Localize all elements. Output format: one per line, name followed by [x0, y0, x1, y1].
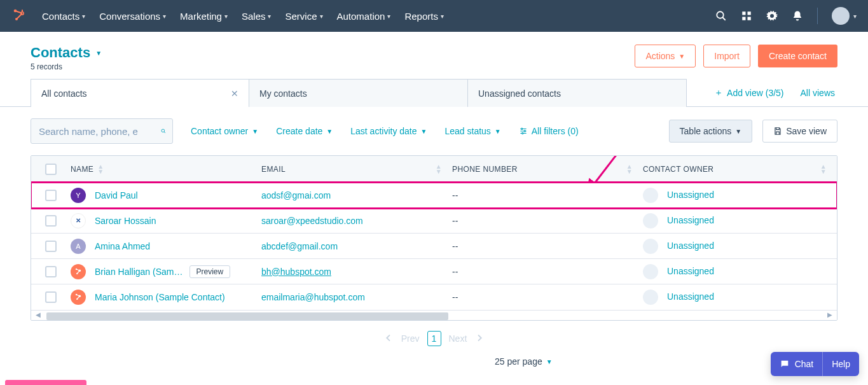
nav-reports[interactable]: Reports▾ — [404, 11, 444, 22]
table-row[interactable]: Brian Halligan (Sam…Previewbh@hubspot.co… — [31, 259, 837, 284]
all-filters-button[interactable]: All filters (0) — [519, 126, 579, 136]
contact-email-link[interactable]: emailmaria@hubspot.com — [261, 292, 365, 302]
select-all-checkbox[interactable] — [45, 164, 57, 175]
save-view-button[interactable]: Save view — [762, 120, 837, 143]
chevron-left-icon[interactable] — [383, 333, 394, 345]
scroll-thumb[interactable] — [46, 312, 448, 320]
table-actions-button[interactable]: Table actions▼ — [669, 120, 753, 143]
row-checkbox[interactable] — [45, 215, 57, 227]
filter-bar: Contact owner▼ Create date▼ Last activit… — [0, 107, 868, 155]
contact-email-link[interactable]: aodsf@gmai.com — [261, 190, 331, 200]
gear-icon[interactable] — [766, 10, 778, 22]
scroll-left-icon[interactable]: ◀ — [34, 311, 43, 318]
account-menu[interactable]: ▾ — [832, 7, 857, 25]
row-checkbox[interactable] — [45, 190, 57, 201]
table-row[interactable]: Maria Johnson (Sample Contact)emailmaria… — [31, 284, 837, 310]
row-checkbox[interactable] — [45, 291, 57, 303]
row-checkbox[interactable] — [45, 241, 57, 252]
filter-last-activity[interactable]: Last activity date▼ — [350, 126, 427, 136]
contact-name-link[interactable]: Maria Johnson (Sample Contact) — [95, 292, 225, 302]
column-name[interactable]: NAME▲▼ — [71, 164, 261, 174]
table-header: NAME▲▼ EMAIL▲▼ PHONE NUMBER▲▼ CONTACT OW… — [31, 156, 837, 183]
chevron-down-icon: ▾ — [268, 13, 271, 20]
contact-avatar: ✕ — [71, 213, 86, 228]
nav-automation[interactable]: Automation▾ — [337, 11, 391, 22]
filter-create-date[interactable]: Create date▼ — [276, 126, 333, 136]
page-current[interactable]: 1 — [427, 331, 441, 346]
tab-my-contacts[interactable]: My contacts — [249, 79, 468, 107]
chevron-down-icon: ▼ — [735, 128, 741, 135]
horizontal-scrollbar[interactable]: ◀▶ — [31, 310, 837, 320]
pagination: Prev 1 Next — [31, 321, 837, 356]
preview-button[interactable]: Preview — [189, 265, 231, 278]
chevron-right-icon[interactable] — [474, 333, 485, 345]
contact-owner-link[interactable]: Unassigned — [667, 189, 714, 199]
tab-all-contacts[interactable]: All contacts ✕ — [31, 79, 249, 107]
add-view-button[interactable]: ＋Add view (3/5) — [714, 87, 783, 99]
contact-email-link[interactable]: saroar@xpeedstudio.com — [261, 216, 363, 226]
tab-label: Unassigned contacts — [478, 88, 561, 99]
nav-contacts[interactable]: Contacts▾ — [42, 11, 85, 22]
marketplace-icon[interactable] — [741, 10, 752, 22]
svg-point-11 — [521, 128, 522, 129]
hubspot-logo[interactable] — [11, 8, 27, 24]
filter-contact-owner[interactable]: Contact owner▼ — [191, 126, 258, 136]
contact-phone: -- — [452, 292, 643, 302]
svg-rect-9 — [748, 17, 751, 20]
chat-button[interactable]: Chat — [771, 352, 823, 376]
page-title-dropdown[interactable]: Contacts▼ — [31, 45, 102, 61]
per-page-dropdown[interactable]: 25 per page▼ — [495, 356, 553, 367]
table-row[interactable]: YDavid Paulaodsf@gmai.com--Unassigned — [31, 183, 837, 208]
column-phone[interactable]: PHONE NUMBER▲▼ — [452, 164, 643, 174]
close-icon[interactable]: ✕ — [231, 88, 238, 99]
contact-owner-link[interactable]: Unassigned — [667, 265, 714, 276]
chevron-down-icon: ▼ — [95, 50, 102, 57]
row-checkbox[interactable] — [45, 266, 57, 277]
svg-rect-4 — [22, 10, 23, 12]
tab-unassigned-contacts[interactable]: Unassigned contacts — [468, 79, 687, 107]
all-views-link[interactable]: All views — [801, 88, 835, 98]
contact-phone: -- — [452, 241, 643, 251]
nav-sales[interactable]: Sales▾ — [242, 11, 272, 22]
next-button[interactable]: Next — [449, 333, 467, 344]
prev-button[interactable]: Prev — [401, 333, 420, 344]
view-tabs: All contacts ✕ My contacts Unassigned co… — [0, 79, 868, 107]
contact-owner-link[interactable]: Unassigned — [667, 214, 714, 225]
chevron-down-icon: ▼ — [326, 128, 333, 135]
contact-owner-link[interactable]: Unassigned — [667, 291, 714, 302]
contact-phone: -- — [452, 267, 643, 277]
sort-icon: ▲▼ — [97, 164, 104, 174]
nav-marketing[interactable]: Marketing▾ — [180, 11, 228, 22]
table-row[interactable]: AAmina Ahmedabcdef@gmail.com--Unassigned — [31, 234, 837, 259]
chevron-down-icon: ▼ — [495, 128, 501, 135]
contact-email-link[interactable]: bh@hubspot.com — [261, 267, 331, 277]
contact-name-link[interactable]: Brian Halligan (Sam… — [95, 267, 183, 277]
contact-email-link[interactable]: abcdef@gmail.com — [261, 241, 338, 251]
search-input[interactable] — [38, 125, 161, 137]
contact-owner-link[interactable]: Unassigned — [667, 240, 714, 250]
record-count: 5 records — [31, 62, 102, 71]
search-icon[interactable] — [715, 10, 727, 22]
bell-icon[interactable] — [792, 10, 803, 22]
table-row[interactable]: ✕Saroar Hossainsaroar@xpeedstudio.com--U… — [31, 208, 837, 234]
contact-name-link[interactable]: Saroar Hossain — [95, 216, 156, 226]
plus-icon: ＋ — [714, 87, 723, 99]
nav-conversations[interactable]: Conversations▾ — [99, 11, 166, 22]
actions-button[interactable]: Actions▼ — [635, 45, 696, 67]
help-button[interactable]: Help — [822, 352, 859, 376]
contact-name-link[interactable]: Amina Ahmed — [95, 241, 150, 251]
column-owner[interactable]: CONTACT OWNER▲▼ — [643, 164, 837, 174]
filter-lead-status[interactable]: Lead status▼ — [444, 126, 500, 136]
chevron-down-icon: ▾ — [163, 13, 166, 20]
sliders-icon — [519, 127, 528, 136]
create-contact-button[interactable]: Create contact — [758, 45, 837, 67]
nav-service[interactable]: Service▾ — [285, 11, 322, 22]
search-icon — [161, 125, 166, 137]
search-input-wrapper[interactable] — [31, 118, 173, 144]
scroll-right-icon[interactable]: ▶ — [825, 311, 834, 318]
contact-name-link[interactable]: David Paul — [95, 190, 138, 200]
contact-phone: -- — [452, 190, 643, 200]
import-button[interactable]: Import — [703, 45, 750, 67]
bottom-tab — [5, 380, 86, 382]
column-email[interactable]: EMAIL▲▼ — [261, 164, 452, 174]
